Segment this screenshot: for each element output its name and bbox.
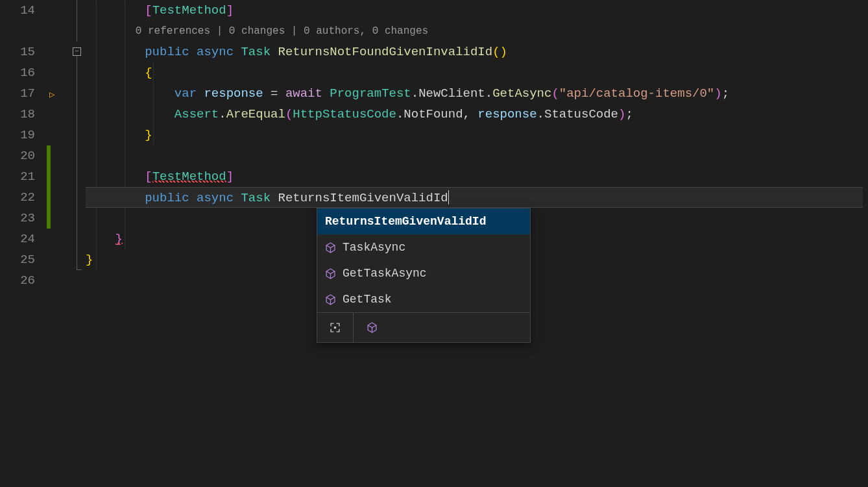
line-number: 23 (0, 208, 35, 229)
intellisense-label: GetTask (343, 293, 392, 306)
intellisense-item-selected[interactable]: ReturnsItemGivenValidId (317, 208, 530, 234)
code-line[interactable]: Assert.AreEqual(HttpStatusCode.NotFound,… (86, 104, 868, 125)
line-number: 14 (0, 0, 35, 21)
intellisense-item[interactable]: TaskAsync (317, 234, 530, 260)
method-name: ReturnsNotFoundGivenInvalidId (278, 45, 492, 59)
line-number: 24 (0, 229, 35, 249)
expand-icon (330, 322, 341, 333)
text-caret (448, 190, 449, 205)
line-number: 18 (0, 104, 35, 125)
fold-column[interactable]: − (71, 0, 86, 487)
code-line[interactable]: var response = await ProgramTest.NewClie… (86, 83, 868, 104)
code-line[interactable]: public async Task ReturnsNotFoundGivenIn… (86, 42, 868, 62)
intellisense-item[interactable]: GetTask (317, 286, 530, 312)
intellisense-label: ReturnsItemGivenValidId (325, 215, 486, 228)
execution-pointer-icon: ▷ (49, 89, 54, 100)
line-number: 19 (0, 125, 35, 145)
intellisense-label: GetTaskAsync (343, 267, 427, 280)
line-number: 15 (0, 42, 35, 62)
intellisense-label: TaskAsync (343, 241, 405, 254)
method-icon (325, 268, 336, 279)
line-number: 16 (0, 62, 35, 83)
codelens-text[interactable]: 0 references | 0 changes | 0 authors, 0 … (136, 25, 428, 37)
method-icon (367, 322, 378, 333)
line-number: 21 (0, 166, 35, 187)
method-icon (325, 294, 336, 305)
outline-guide (77, 0, 77, 42)
svg-rect-0 (334, 327, 336, 329)
attribute-name: TestMethod (152, 3, 226, 18)
code-line[interactable] (86, 145, 868, 166)
method-icon (325, 242, 336, 253)
method-name-typing: ReturnsItemGivenValidId (278, 191, 448, 205)
intellisense-popup[interactable]: ReturnsItemGivenValidId TaskAsync GetTas… (317, 208, 531, 343)
glyph-margin[interactable]: ▷ (47, 0, 71, 487)
line-number-gutter: 14 15 16 17 18 19 20 21 22 23 24 25 26 (0, 0, 47, 487)
line-number: 22 (0, 187, 35, 208)
intellisense-filter-button[interactable] (354, 313, 390, 342)
intellisense-footer (317, 312, 530, 342)
line-number: 26 (0, 270, 35, 291)
code-line[interactable]: { (86, 62, 868, 83)
code-line[interactable]: [TestMethod] (86, 166, 868, 187)
codelens-info[interactable]: 0 references | 0 changes | 0 authors, 0 … (86, 21, 868, 42)
code-editor[interactable]: 14 15 16 17 18 19 20 21 22 23 24 25 26 ▷… (0, 0, 868, 487)
code-content[interactable]: [TestMethod] 0 references | 0 changes | … (86, 0, 868, 487)
attribute-name: TestMethod (152, 169, 226, 184)
outline-guide (77, 56, 77, 270)
line-number: 20 (0, 145, 35, 166)
fold-toggle-icon[interactable]: − (73, 47, 81, 56)
change-indicator (47, 145, 51, 229)
code-line[interactable]: [TestMethod] (86, 0, 868, 21)
outline-guide (77, 269, 82, 270)
code-line[interactable]: } (86, 125, 868, 145)
intellisense-item[interactable]: GetTaskAsync (317, 260, 530, 286)
line-number: 17 (0, 83, 35, 104)
intellisense-expand-button[interactable] (317, 313, 354, 342)
line-number: 25 (0, 249, 35, 270)
code-line-current[interactable]: public async Task ReturnsItemGivenValidI… (86, 187, 863, 208)
